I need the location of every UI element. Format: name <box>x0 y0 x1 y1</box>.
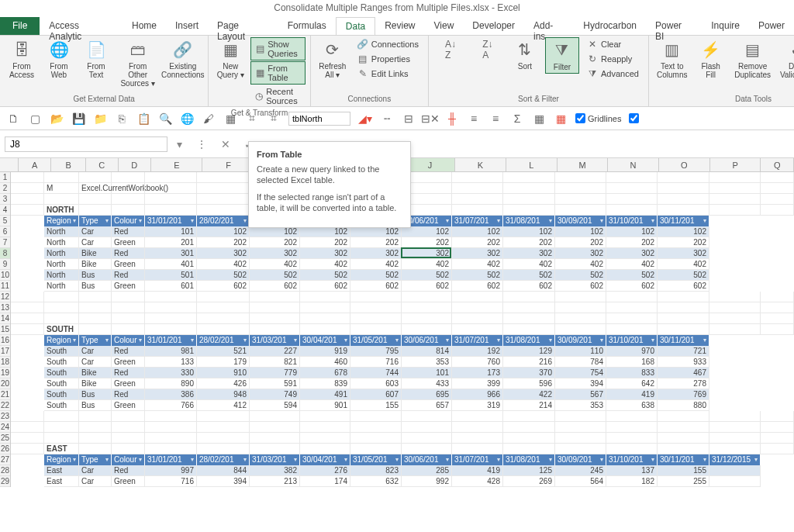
table-cell[interactable]: Red <box>112 248 145 259</box>
tab-data[interactable]: Data <box>336 17 375 35</box>
table-cell[interactable]: Green <box>112 281 145 292</box>
table-cell[interactable]: 102 <box>402 226 452 237</box>
table-cell[interactable]: 502 <box>452 270 503 281</box>
table-cell[interactable]: 179 <box>197 357 250 368</box>
table-cell[interactable]: 102 <box>606 226 658 237</box>
table-cell[interactable]: East <box>44 465 79 476</box>
table-cell[interactable]: North <box>44 281 79 292</box>
sum-icon[interactable]: Σ <box>510 112 524 126</box>
table-cell[interactable]: 422 <box>503 389 555 400</box>
table-cell[interactable]: 402 <box>250 259 300 270</box>
table-cell[interactable]: 302 <box>606 248 658 259</box>
table-cell[interactable]: 399 <box>452 378 503 389</box>
table-cell[interactable]: 821 <box>250 357 300 368</box>
col-header[interactable]: M <box>558 158 608 171</box>
edit-links-button[interactable]: ✎Edit Links <box>353 67 423 81</box>
table-header-cell[interactable]: 31/01/201▾ <box>145 216 197 226</box>
table-cell[interactable]: Car <box>79 357 112 368</box>
table-cell[interactable]: Bike <box>79 248 112 259</box>
table-cell[interactable]: 102 <box>452 226 503 237</box>
table-cell[interactable]: North <box>44 259 79 270</box>
table-cell[interactable]: Red <box>112 465 145 476</box>
connections-button[interactable]: 🔗Connections <box>353 37 423 51</box>
center-icon[interactable]: ≡ <box>488 112 502 126</box>
file-tab[interactable]: File <box>0 17 40 35</box>
row-header[interactable]: 26 <box>0 444 10 454</box>
clear-button[interactable]: ✕Clear <box>582 37 644 51</box>
table-header-cell[interactable]: Type▾ <box>79 335 112 346</box>
table-cell[interactable]: 502 <box>658 270 709 281</box>
table-cell[interactable]: 428 <box>452 476 503 487</box>
table-header-cell[interactable]: Colour▾ <box>112 216 145 226</box>
from-access-button[interactable]: 🗄From Access <box>5 37 39 81</box>
table-header-cell[interactable]: 30/04/201▾ <box>300 335 350 346</box>
table-header-cell[interactable]: 30/11/201▾ <box>658 216 709 226</box>
table-cell[interactable]: 102 <box>658 226 709 237</box>
table-cell[interactable]: 502 <box>503 270 555 281</box>
table-cell[interactable]: 155 <box>658 465 709 476</box>
tab-insert[interactable]: Insert <box>166 17 208 35</box>
row-header[interactable]: 12 <box>0 292 10 302</box>
tab-page-layout[interactable]: Page Layout <box>208 17 278 35</box>
table-cell[interactable]: 302 <box>658 248 709 259</box>
table-cell[interactable]: 833 <box>606 368 658 378</box>
table-cell[interactable]: 101 <box>402 368 452 378</box>
table-cell[interactable]: 766 <box>145 400 197 411</box>
col-header[interactable]: L <box>506 158 558 171</box>
table-cell[interactable]: 933 <box>658 357 709 368</box>
open-icon[interactable]: 📂 <box>50 112 64 126</box>
row-header[interactable]: 3 <box>0 194 10 205</box>
table-header-cell[interactable]: 30/06/201▾ <box>402 454 452 465</box>
table-cell[interactable]: Bus <box>79 400 112 411</box>
table-cell[interactable]: 521 <box>197 346 250 357</box>
table-cell[interactable]: 901 <box>300 400 350 411</box>
table-header-cell[interactable]: 30/11/201▾ <box>658 335 709 346</box>
recent-sources-button[interactable]: ◷Recent Sources <box>250 85 306 107</box>
table-cell[interactable]: 302 <box>197 248 250 259</box>
dash-icon[interactable]: ╌ <box>380 112 394 126</box>
table-header-cell[interactable]: 31/07/201▾ <box>452 335 503 346</box>
namebox-dropdown-icon[interactable]: ▾ <box>172 138 187 150</box>
table-cell[interactable]: 201 <box>145 237 197 248</box>
table-cell[interactable]: 102 <box>250 226 300 237</box>
table-cell[interactable]: 591 <box>250 378 300 389</box>
table-cell[interactable]: 402 <box>555 259 606 270</box>
table-cell[interactable]: 412 <box>197 400 250 411</box>
table-cell[interactable]: Bike <box>79 378 112 389</box>
table-cell[interactable]: 695 <box>402 389 452 400</box>
row-header[interactable]: 23 <box>0 411 10 422</box>
row-header[interactable]: 17 <box>0 346 10 357</box>
table-cell[interactable]: 370 <box>503 368 555 378</box>
row-header[interactable]: 25 <box>0 433 10 444</box>
table-header-cell[interactable]: 28/02/201▾ <box>197 216 250 226</box>
table-cell[interactable]: 501 <box>145 270 197 281</box>
table-cell[interactable]: North <box>44 270 79 281</box>
table-cell[interactable]: 602 <box>606 281 658 292</box>
row-header[interactable]: 8 <box>0 248 10 259</box>
remove-duplicates-button[interactable]: ▤Remove Duplicates <box>731 37 775 81</box>
table-header-cell[interactable]: 31/03/201▾ <box>250 335 300 346</box>
from-web-button[interactable]: 🌐From Web <box>42 37 76 81</box>
row-header[interactable]: 15 <box>0 324 10 335</box>
row-header[interactable]: 16 <box>0 335 10 346</box>
table-cell[interactable]: 202 <box>606 237 658 248</box>
table-cell[interactable]: South <box>44 368 79 378</box>
table-cell[interactable]: 602 <box>300 281 350 292</box>
table-cell[interactable]: Red <box>112 346 145 357</box>
tab-add-ins[interactable]: Add-ins <box>524 17 574 35</box>
col-header[interactable]: B <box>51 158 86 171</box>
table-cell[interactable]: 173 <box>452 368 503 378</box>
table-cell[interactable]: 302 <box>250 248 300 259</box>
table-cell[interactable]: 330 <box>145 368 197 378</box>
table-cell[interactable]: 602 <box>402 281 452 292</box>
table-header-cell[interactable]: Type▾ <box>79 454 112 465</box>
table-cell[interactable]: 844 <box>197 465 250 476</box>
table-cell[interactable]: Red <box>112 270 145 281</box>
table-cell[interactable]: 502 <box>555 270 606 281</box>
table-cell[interactable]: 102 <box>350 226 402 237</box>
row-header[interactable]: 22 <box>0 400 10 411</box>
table-cell[interactable]: South <box>44 400 79 411</box>
grid-icon[interactable]: ▦ <box>223 112 237 126</box>
row-header[interactable]: 7 <box>0 237 10 248</box>
table-header-cell[interactable]: 31/05/201▾ <box>350 335 402 346</box>
